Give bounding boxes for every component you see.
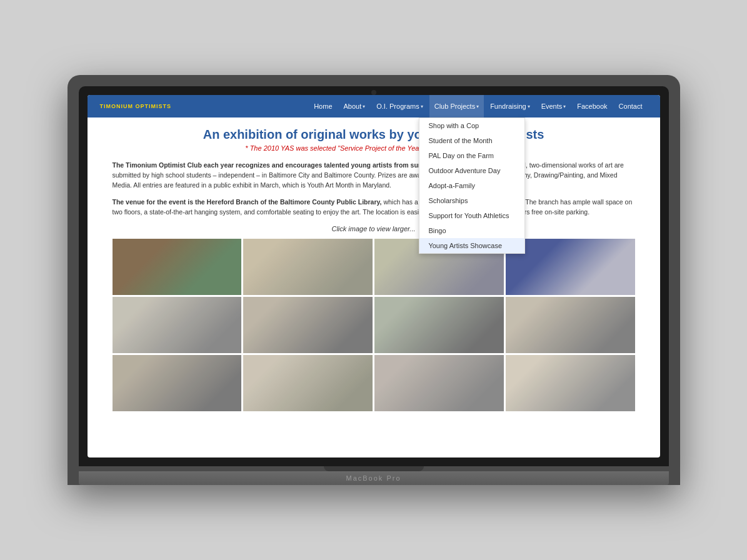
gallery-item-5[interactable] (113, 297, 242, 353)
page-subtitle: * The 2010 YAS was selected "Service Pro… (113, 144, 635, 152)
events-chevron-icon: ▾ (563, 104, 566, 109)
paragraph-2: The venue for the event is the Hereford … (113, 198, 635, 218)
nav-fundraising[interactable]: Fundraising ▾ (485, 95, 534, 118)
macbook-screen: TIMONIUM OPTIMISTS Home About ▾ O.I. Pro… (79, 86, 669, 466)
macbook-container: TIMONIUM OPTIMISTS Home About ▾ O.I. Pro… (68, 75, 680, 485)
nav-oi-programs[interactable]: O.I. Programs ▾ (371, 95, 428, 118)
gallery-item-9[interactable] (113, 355, 242, 411)
dropdown-pal-day[interactable]: PAL Day on the Farm (419, 148, 524, 163)
dropdown-outdoor-adventure[interactable]: Outdoor Adventure Day (419, 163, 524, 178)
gallery-item-10[interactable] (243, 355, 373, 411)
gallery-item-12[interactable] (506, 355, 635, 411)
dropdown-young-artists[interactable]: Young Artists Showcase (419, 238, 524, 253)
nav-events[interactable]: Events ▾ (536, 95, 571, 118)
gallery-item-2[interactable] (243, 239, 373, 295)
dropdown-bingo[interactable]: Bingo (419, 223, 524, 238)
dropdown-scholarships[interactable]: Scholarships (419, 193, 524, 208)
club-chevron-icon: ▾ (476, 104, 479, 109)
browser-content: TIMONIUM OPTIMISTS Home About ▾ O.I. Pro… (88, 95, 660, 458)
nav-home[interactable]: Home (309, 95, 337, 118)
page-title: An exhibition of original works by young… (113, 128, 635, 142)
oi-chevron-icon: ▾ (421, 104, 423, 109)
main-content: An exhibition of original works by young… (88, 118, 660, 421)
macbook-camera (371, 90, 376, 95)
gallery-item-7[interactable] (374, 297, 504, 353)
nav-facebook[interactable]: Facebook (572, 95, 612, 118)
paragraph-1: The Timonium Optimist Club each year rec… (113, 161, 635, 190)
click-image-instruction: Click image to view larger... (113, 225, 635, 232)
fundraising-chevron-icon: ▾ (528, 104, 530, 109)
macbook-label: MacBook Pro (346, 474, 401, 482)
gallery-grid (113, 239, 635, 411)
club-projects-dropdown: Shop with a Cop Student of the Month PAL… (419, 118, 525, 254)
nav-links: Home About ▾ O.I. Programs ▾ Club Projec… (309, 95, 647, 118)
gallery-item-11[interactable] (374, 355, 504, 411)
about-chevron-icon: ▾ (363, 104, 365, 109)
nav-contact[interactable]: Contact (614, 95, 648, 118)
gallery-item-1[interactable] (113, 239, 242, 295)
navbar: TIMONIUM OPTIMISTS Home About ▾ O.I. Pro… (88, 95, 660, 118)
gallery-item-6[interactable] (243, 297, 373, 353)
nav-logo: TIMONIUM OPTIMISTS (100, 103, 172, 109)
macbook-notch (324, 466, 424, 471)
dropdown-shop-with-cop[interactable]: Shop with a Cop (419, 118, 524, 133)
nav-club-projects[interactable]: Club Projects ▾ Shop with a Cop Student … (429, 95, 484, 118)
nav-about[interactable]: About ▾ (339, 95, 371, 118)
gallery-item-8[interactable] (506, 297, 635, 353)
dropdown-student-of-month[interactable]: Student of the Month (419, 133, 524, 148)
dropdown-support-youth[interactable]: Support for Youth Athletics (419, 208, 524, 223)
macbook-outer: TIMONIUM OPTIMISTS Home About ▾ O.I. Pro… (68, 75, 680, 485)
dropdown-adopt-family[interactable]: Adopt-a-Family (419, 178, 524, 193)
macbook-base: MacBook Pro (79, 471, 669, 485)
paragraph-2-bold: The venue for the event is the Hereford … (113, 198, 382, 206)
